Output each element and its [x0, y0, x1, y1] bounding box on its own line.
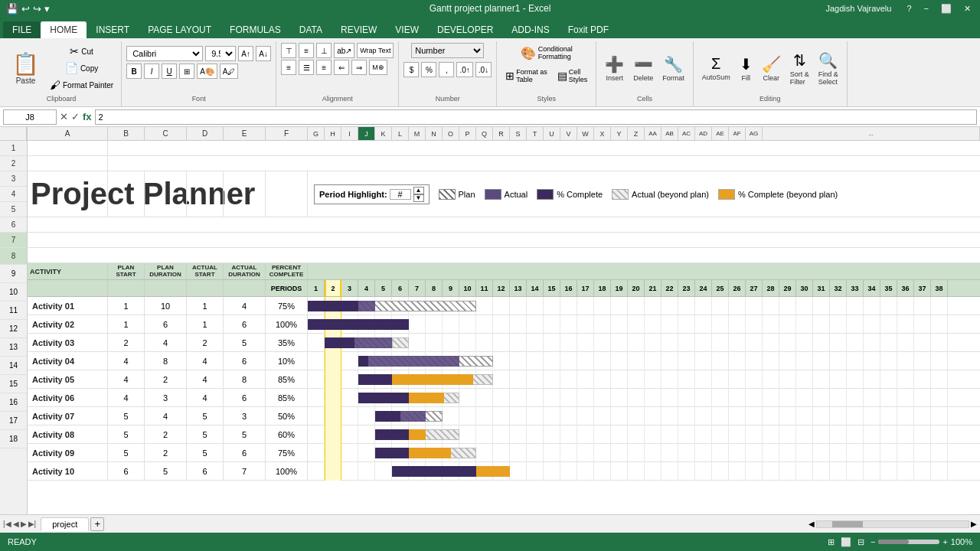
gantt-cell-2-24[interactable] — [695, 315, 712, 334]
decrease-indent-button[interactable]: ⇐ — [334, 60, 349, 75]
gantt-cell-1-25[interactable] — [712, 297, 729, 315]
gantt-cell-3-25[interactable] — [712, 334, 729, 352]
tab-data[interactable]: DATA — [290, 21, 332, 38]
gantt-cell-10-29[interactable] — [779, 462, 796, 481]
plan-duration-3[interactable]: 4 — [145, 334, 187, 351]
period-header-36[interactable]: 36 — [897, 280, 914, 296]
gantt-cell-4-35[interactable] — [880, 352, 897, 370]
horizontal-scrollbar[interactable] — [816, 520, 969, 528]
gantt-cell-10-27[interactable] — [746, 462, 763, 481]
add-sheet-button[interactable]: + — [90, 517, 104, 531]
gantt-cell-9-11[interactable] — [476, 444, 493, 462]
gantt-cell-7-31[interactable] — [813, 407, 830, 425]
gantt-cell-9-14[interactable] — [527, 444, 544, 462]
gantt-cell-1-27[interactable] — [746, 297, 763, 315]
currency-button[interactable]: $ — [403, 62, 419, 77]
gantt-cell-5-30[interactable] — [796, 370, 813, 389]
font-size-select[interactable]: 9.5 — [205, 46, 236, 61]
period-header-19[interactable]: 19 — [611, 280, 628, 296]
gantt-cell-8-32[interactable] — [830, 425, 847, 444]
gantt-cell-1-22[interactable] — [662, 297, 678, 315]
actual-duration-3[interactable]: 5 — [224, 334, 266, 351]
gantt-cell-2-20[interactable] — [628, 315, 645, 334]
gantt-cell-5-19[interactable] — [611, 370, 628, 389]
gantt-cell-8-28[interactable] — [763, 425, 779, 444]
gantt-cell-9-2[interactable] — [325, 444, 341, 462]
gantt-cell-3-24[interactable] — [695, 334, 712, 352]
gantt-cell-2-23[interactable] — [678, 315, 695, 334]
period-highlight-input[interactable]: # — [390, 189, 411, 200]
gantt-cell-10-21[interactable] — [645, 462, 662, 481]
gantt-cell-5-27[interactable] — [746, 370, 763, 389]
gantt-cell-9-36[interactable] — [897, 444, 914, 462]
gantt-cell-10-33[interactable] — [847, 462, 864, 481]
gantt-cell-6-12[interactable] — [493, 389, 510, 407]
plan-start-1[interactable]: 1 — [108, 297, 145, 315]
sheet-tab-project[interactable]: project — [41, 517, 89, 531]
gantt-cell-5-26[interactable] — [729, 370, 746, 389]
gantt-cell-4-30[interactable] — [796, 352, 813, 370]
number-format-select[interactable]: Number — [411, 43, 484, 58]
period-header-8[interactable]: 8 — [426, 280, 443, 296]
gantt-cell-6-24[interactable] — [695, 389, 712, 407]
gantt-cell-2-16[interactable] — [560, 315, 577, 334]
row-num-10[interactable]: 10 — [0, 283, 27, 302]
gantt-cell-3-19[interactable] — [611, 334, 628, 352]
conditional-format-button[interactable]: 🎨 ConditionalFormatting — [517, 43, 577, 63]
gantt-cell-5-23[interactable] — [678, 370, 695, 389]
gantt-cell-9-15[interactable] — [544, 444, 560, 462]
gantt-cell-4-31[interactable] — [813, 352, 830, 370]
gantt-cell-7-20[interactable] — [628, 407, 645, 425]
gantt-cell-4-25[interactable] — [712, 352, 729, 370]
gantt-cell-6-11[interactable] — [476, 389, 493, 407]
insert-function-icon[interactable]: fx — [83, 111, 92, 122]
gantt-cell-7-19[interactable] — [611, 407, 628, 425]
pct-complete-2[interactable]: 100% — [266, 315, 308, 333]
col-header-ad[interactable]: AD — [695, 127, 712, 140]
gantt-cell-1-19[interactable] — [611, 297, 628, 315]
row-num-7[interactable]: 7 — [0, 233, 27, 248]
period-header-12[interactable]: 12 — [493, 280, 510, 296]
gantt-cell-5-18[interactable] — [594, 370, 611, 389]
plan-duration-5[interactable]: 2 — [145, 370, 187, 388]
gantt-cell-5-2[interactable] — [325, 370, 341, 389]
gantt-cell-2-21[interactable] — [645, 315, 662, 334]
fill-button[interactable]: ⬇ Fill — [736, 53, 756, 84]
period-header-27[interactable]: 27 — [746, 280, 763, 296]
gantt-cell-6-26[interactable] — [729, 389, 746, 407]
merge-center-button[interactable]: M⊕ — [369, 60, 387, 75]
gantt-cell-3-21[interactable] — [645, 334, 662, 352]
gantt-cell-4-18[interactable] — [594, 352, 611, 370]
gantt-cell-7-35[interactable] — [880, 407, 897, 425]
gantt-cell-5-25[interactable] — [712, 370, 729, 389]
gantt-cell-2-29[interactable] — [779, 315, 796, 334]
period-header-17[interactable]: 17 — [577, 280, 594, 296]
gantt-cell-6-14[interactable] — [527, 389, 544, 407]
gantt-cell-3-17[interactable] — [577, 334, 594, 352]
zoom-out-btn[interactable]: − — [871, 537, 875, 546]
gantt-cell-7-18[interactable] — [594, 407, 611, 425]
plan-duration-1[interactable]: 10 — [145, 297, 187, 315]
r8-c[interactable] — [145, 280, 187, 296]
view-normal-icon[interactable]: ⊞ — [828, 537, 835, 547]
gantt-cell-9-21[interactable] — [645, 444, 662, 462]
nav-prev-arrow[interactable]: ◀ — [13, 520, 19, 528]
insert-button[interactable]: ➕ Insert — [601, 53, 628, 84]
col-header-x[interactable]: X — [594, 127, 611, 140]
gantt-cell-4-28[interactable] — [763, 352, 779, 370]
gantt-cell-5-14[interactable] — [527, 370, 544, 389]
gantt-cell-8-27[interactable] — [746, 425, 763, 444]
gantt-cell-5-33[interactable] — [847, 370, 864, 389]
gantt-cell-3-31[interactable] — [813, 334, 830, 352]
gantt-cell-7-26[interactable] — [729, 407, 746, 425]
gantt-cell-7-33[interactable] — [847, 407, 864, 425]
orientation-button[interactable]: ab↗ — [334, 43, 354, 58]
gantt-cell-7-1[interactable] — [308, 407, 325, 425]
gantt-cell-10-1[interactable] — [308, 462, 325, 481]
italic-button[interactable]: I — [144, 64, 159, 79]
gantt-cell-1-34[interactable] — [864, 297, 880, 315]
r8-a[interactable] — [28, 280, 108, 296]
gantt-cell-8-3[interactable] — [341, 425, 358, 444]
period-spin-up[interactable]: ▲ — [413, 187, 424, 194]
col-header-aa[interactable]: AA — [645, 127, 662, 140]
